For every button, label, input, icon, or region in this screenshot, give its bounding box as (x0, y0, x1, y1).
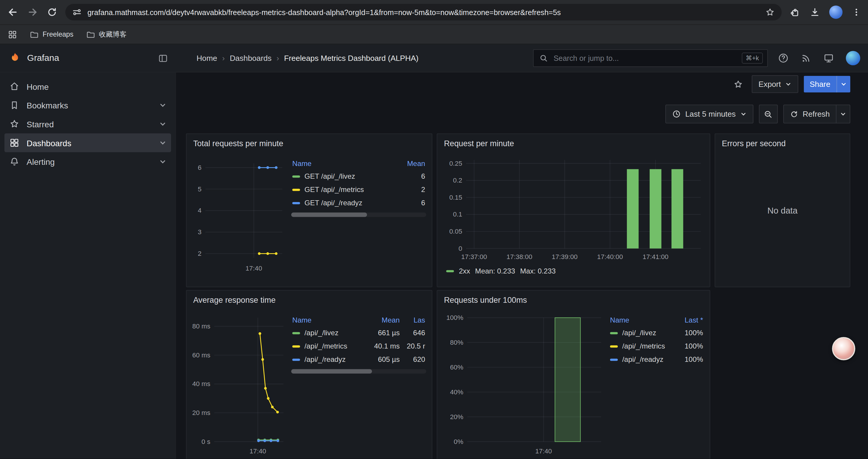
bookmark-item-blogs[interactable]: 收藏博客 (86, 30, 127, 39)
legend-col-name[interactable]: Name (609, 314, 675, 326)
series-mean: Mean: 0.233 (475, 267, 515, 275)
panel-average-response-time: Average response time 80 ms60 ms40 ms20 … (186, 290, 433, 459)
browser-menu-icon[interactable] (851, 7, 862, 17)
chevron-down-icon[interactable] (159, 120, 167, 128)
series-name[interactable]: GET /api/_/readyz (305, 198, 363, 207)
breadcrumb-home[interactable]: Home (196, 54, 217, 63)
breadcrumb-current: Freeleaps Metrics Dashboard (ALPHA) (284, 54, 418, 63)
legend-col-name[interactable]: Name (291, 314, 367, 326)
legend-col-last[interactable]: Last * (675, 314, 704, 326)
refresh-icon (790, 110, 798, 118)
dashboard-grid: Total requests per minute 6543217:40 Nam… (176, 133, 868, 459)
breadcrumb: Home › Dashboards › Freeleaps Metrics Da… (176, 54, 418, 63)
total-requests-chart: 6543217:40 (192, 156, 286, 275)
sidebar-item-home[interactable]: Home (4, 77, 171, 96)
legend-col-last[interactable]: Las (401, 314, 426, 326)
legend-col-name[interactable]: Name (291, 158, 398, 169)
refresh-interval-button[interactable] (836, 105, 850, 123)
series-name[interactable]: /api/_/metrics (622, 342, 665, 350)
downloads-icon[interactable] (809, 6, 820, 18)
panel-title[interactable]: Errors per second (715, 134, 850, 150)
site-settings-icon[interactable] (72, 7, 82, 17)
svg-text:3: 3 (198, 228, 202, 236)
sidebar-item-bookmarks[interactable]: Bookmarks (4, 96, 171, 114)
series-color-chip (292, 345, 300, 347)
sidebar-item-starred[interactable]: Starred (4, 114, 171, 133)
series-name[interactable]: /api/_/readyz (305, 355, 346, 363)
chevron-down-icon[interactable] (159, 158, 167, 165)
panel-errors-per-second: Errors per second No data (715, 133, 850, 287)
time-range-picker[interactable]: Last 5 minutes (665, 104, 753, 124)
chevron-down-icon[interactable] (159, 139, 167, 146)
series-name[interactable]: 2xx (459, 267, 470, 275)
display-kiosk-icon[interactable] (823, 53, 834, 64)
search-box[interactable]: ⌘+k (533, 49, 768, 67)
bell-icon (9, 156, 20, 167)
svg-text:40%: 40% (450, 388, 463, 396)
svg-text:0.25: 0.25 (450, 160, 462, 167)
legend-table: Name Mean GET /api/_/livez 6 GET /api/_/… (291, 158, 426, 274)
sidebar-item-dashboards[interactable]: Dashboards (4, 133, 171, 153)
chevron-down-icon (785, 81, 791, 88)
series-name[interactable]: /api/_/livez (622, 328, 656, 337)
legend-scrollbar[interactable] (291, 369, 426, 374)
breadcrumb-dashboards[interactable]: Dashboards (230, 54, 272, 63)
legend-col-mean[interactable]: Mean (366, 314, 401, 326)
series-name[interactable]: GET /api/_/metrics (305, 185, 364, 193)
panel-title[interactable]: Requests under 100ms (437, 291, 710, 306)
panel-title[interactable]: Request per minute (437, 134, 710, 150)
series-mean: 6 (397, 196, 426, 209)
legend-row: GET /api/_/readyz 6 (291, 196, 426, 209)
address-bar[interactable]: grafana.mathmast.com/d/deytv4rwavabkb/fr… (65, 4, 782, 21)
scrollbar-thumb[interactable] (291, 213, 367, 217)
share-menu-button[interactable] (836, 76, 850, 93)
help-icon[interactable] (778, 53, 789, 64)
scrollbar-thumb[interactable] (291, 369, 372, 374)
clock-icon (672, 109, 681, 119)
series-name[interactable]: /api/_/readyz (622, 355, 663, 363)
no-data-message: No data (715, 150, 850, 272)
panel-requests-under-100ms: Requests under 100ms 100%80%60%40%20%0%1… (437, 290, 710, 459)
grafana-brand: Grafana (0, 52, 176, 64)
refresh-button[interactable]: Refresh (784, 105, 836, 123)
sidebar-item-label: Dashboards (27, 138, 71, 147)
refresh-button-group: Refresh (783, 104, 850, 124)
chevron-down-icon[interactable] (159, 101, 167, 109)
export-button[interactable]: Export (752, 75, 798, 93)
series-last: 620 (401, 353, 426, 366)
legend-col-mean[interactable]: Mean (397, 158, 426, 169)
share-button[interactable]: Share (804, 76, 836, 93)
average-response-time-chart: 80 ms60 ms40 ms20 ms0 s17:40 (192, 312, 286, 457)
series-name[interactable]: /api/_/livez (305, 328, 339, 337)
apps-grid-icon[interactable] (8, 30, 17, 39)
user-avatar[interactable] (846, 51, 860, 65)
floating-assistant-avatar[interactable] (832, 337, 855, 360)
series-name[interactable]: GET /api/_/livez (305, 172, 355, 180)
reload-icon[interactable] (46, 6, 57, 18)
series-color-chip (292, 359, 300, 361)
search-input[interactable] (553, 54, 737, 63)
browser-profile-avatar[interactable] (829, 6, 843, 19)
panel-title[interactable]: Average response time (186, 291, 432, 306)
series-name[interactable]: /api/_/metrics (305, 342, 347, 350)
zoom-out-button[interactable] (759, 104, 778, 124)
bookmark-star-icon[interactable] (765, 7, 775, 17)
news-rss-icon[interactable] (800, 53, 811, 64)
legend-row: /api/_/livez 100% (609, 326, 704, 339)
panel-title[interactable]: Total requests per minute (186, 134, 432, 150)
series-color-chip (292, 175, 300, 177)
bookmark-label: Freeleaps (42, 30, 73, 38)
grafana-logo-icon[interactable] (9, 52, 21, 64)
forward-icon[interactable] (27, 6, 39, 18)
sidebar-item-alerting[interactable]: Alerting (4, 152, 171, 171)
url-text[interactable]: grafana.mathmast.com/d/deytv4rwavabkb/fr… (88, 8, 760, 16)
svg-text:17:38:00: 17:38:00 (506, 253, 532, 261)
bookmark-item-freeleaps[interactable]: Freeleaps (29, 30, 73, 39)
application-window: grafana.mathmast.com/d/deytv4rwavabkb/fr… (0, 0, 868, 459)
series-last: 20.5 r (401, 339, 426, 353)
sidebar-collapse-icon[interactable] (158, 53, 168, 64)
back-icon[interactable] (6, 6, 19, 18)
legend-scrollbar[interactable] (291, 213, 426, 217)
favorite-star-icon[interactable] (730, 76, 746, 93)
extensions-icon[interactable] (789, 6, 800, 18)
